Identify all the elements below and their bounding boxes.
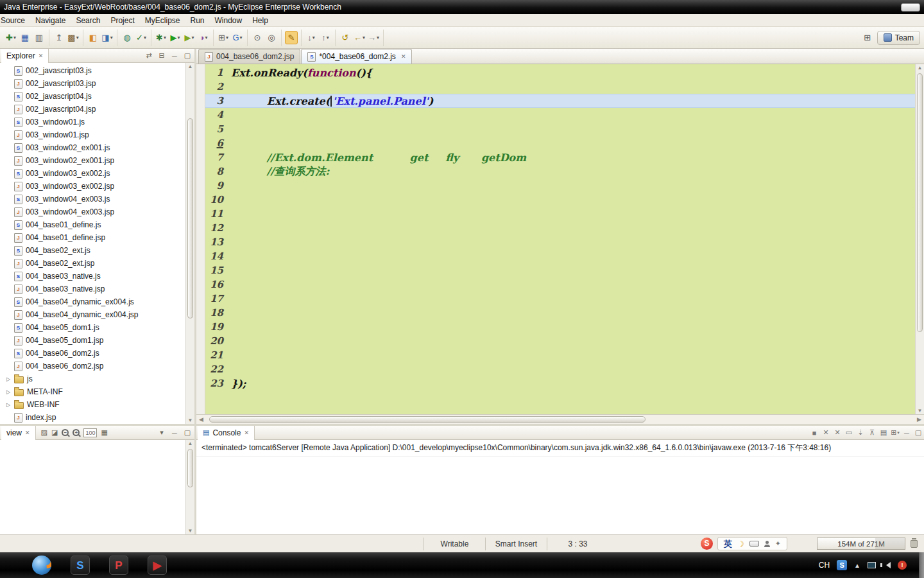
tree-item-web-inf[interactable]: ▷WEB-INF (0, 398, 185, 411)
print-button[interactable]: ▥ (33, 31, 46, 44)
tree-item-004-base05-dom1-jsp[interactable]: J004_base05_dom1.jsp (0, 334, 185, 347)
code-line-10[interactable]: 10 (205, 193, 915, 207)
preview-view-tab[interactable]: view ✕ (1, 426, 36, 440)
previous-annotation-button[interactable]: ↑ (319, 31, 332, 44)
code-line-11[interactable]: 11 (205, 207, 915, 221)
editor-horizontal-scrollbar[interactable]: ◀ ▶ (196, 414, 924, 424)
close-view-icon[interactable]: ✕ (38, 53, 44, 59)
tree-item-004-base06-dom2-jsp[interactable]: J004_base06_dom2.jsp (0, 360, 185, 372)
scroll-right-icon[interactable]: ▶ (917, 416, 921, 423)
code-line-12[interactable]: 12 (205, 221, 915, 235)
code-line-18[interactable]: 18 (205, 306, 915, 320)
sogou-tray-icon[interactable]: S (837, 560, 847, 570)
code-line-19[interactable]: 19 (205, 320, 915, 334)
code-line-21[interactable]: 21 (205, 348, 915, 362)
code-line-2[interactable]: 2 (205, 80, 915, 94)
remove-launch-button[interactable]: ✕ (820, 427, 832, 439)
tree-item-002-javascript03-js[interactable]: S002_javascript03.js (0, 64, 185, 77)
last-edit-location-button[interactable]: ↺ (339, 31, 352, 44)
tree-item-003-window04-ex003-js[interactable]: S003_window04_ex003.js (0, 193, 185, 206)
close-tab-icon[interactable]: ✕ (401, 53, 406, 60)
scroll-thumb[interactable] (209, 416, 646, 423)
maximize-button[interactable]: ▢ (912, 427, 924, 439)
open-console-button[interactable]: ⊞ (889, 427, 901, 439)
network-icon[interactable] (868, 562, 876, 568)
menu-navigate[interactable]: Navigate (30, 15, 71, 26)
tree-item-002-javascript03-jsp[interactable]: J002_javascript03.jsp (0, 77, 185, 90)
taskbar-app-app-s[interactable]: S (69, 554, 91, 576)
tree-item-004-base04-dynamic-ex004-jsp[interactable]: J004_base04_dynamic_ex004.jsp (0, 308, 185, 321)
annotation-ruler[interactable] (196, 64, 205, 414)
minimize-view-icon[interactable]: ─ (169, 427, 180, 439)
code-line-4[interactable]: 4 (205, 108, 915, 122)
code-line-3[interactable]: 3 Ext.create('Ext.panel.Panel') (205, 94, 915, 108)
chart-button[interactable]: ◪ (51, 428, 58, 437)
expand-arrow-icon[interactable]: ▷ (6, 402, 11, 408)
tree-item-002-javascript04-jsp[interactable]: J002_javascript04.jsp (0, 103, 185, 116)
zoom-level-button[interactable]: 100 (83, 428, 97, 437)
menu-project[interactable]: Project (105, 15, 139, 26)
back-button[interactable]: ← (353, 31, 366, 44)
deploy-project-button[interactable]: ◧ (87, 31, 99, 44)
code-line-22[interactable]: 22 (205, 362, 915, 376)
code-line-1[interactable]: 1Ext.onReady(function(){ (205, 66, 915, 80)
scroll-up-icon[interactable]: ▲ (186, 64, 194, 69)
new-file-button[interactable]: ✚ (4, 31, 17, 44)
view-menu-icon[interactable]: ▾ (156, 427, 167, 439)
code-line-20[interactable]: 20 (205, 334, 915, 348)
minimize-button[interactable]: ─ (901, 427, 912, 439)
tree-item-004-base05-dom1-js[interactable]: S004_base05_dom1.js (0, 321, 185, 334)
display-selected-console-button[interactable]: ▤ (878, 427, 889, 439)
run-button[interactable]: ▶ (169, 31, 182, 44)
editor-tab-004-base06-dom2-jsp[interactable]: J004_base06_dom2.jsp (198, 49, 300, 64)
open-type-button[interactable]: ⊙ (251, 31, 264, 44)
expand-arrow-icon[interactable]: ▷ (6, 376, 11, 382)
google-toolbar-button[interactable]: G (231, 31, 244, 44)
code-line-8[interactable]: 8 //查询系方法: (205, 164, 915, 179)
code-line-6[interactable]: 6 (205, 136, 915, 150)
tree-item-004-base02-ext-jsp[interactable]: J004_base02_ext.jsp (0, 257, 185, 270)
maximize-view-icon[interactable]: ▢ (182, 427, 193, 439)
scroll-up-icon[interactable]: ▲ (186, 441, 194, 446)
taskbar-app-firefox[interactable] (31, 554, 53, 576)
ime-mode-icon[interactable]: ☽ (737, 539, 744, 548)
hidden-icons-arrow[interactable]: ▲ (854, 562, 860, 569)
window-minimize-button[interactable] (901, 3, 920, 12)
maximize-view-icon[interactable]: ▢ (182, 50, 193, 62)
perspective-tab-team[interactable]: Team (877, 31, 920, 45)
pin-console-button[interactable]: ⊼ (866, 427, 878, 439)
taskbar-app-media-player[interactable]: ▶ (146, 554, 168, 576)
soft-keyboard-icon[interactable] (749, 541, 759, 547)
code-line-9[interactable]: 9 (205, 179, 915, 193)
explorer-scrollbar[interactable]: ▲ ▼ (185, 63, 194, 424)
search-button[interactable]: ◎ (265, 31, 278, 44)
code-line-23[interactable]: 23}); (205, 376, 915, 390)
terminate-button[interactable]: ■ (809, 427, 820, 439)
menu-myeclipse[interactable]: MyEclipse (140, 15, 185, 26)
close-view-icon[interactable]: ✕ (244, 430, 249, 436)
tree-item-004-base01-define-jsp[interactable]: J004_base01_define.jsp (0, 231, 185, 244)
scroll-thumb[interactable] (187, 449, 193, 487)
tree-item-003-window03-ex002-js[interactable]: S003_window03_ex002.js (0, 167, 185, 180)
link-with-editor-icon[interactable]: ⇄ (143, 50, 155, 62)
web-browser-button[interactable]: ◍ (121, 31, 133, 44)
scroll-thumb[interactable] (917, 73, 923, 332)
volume-icon[interactable] (883, 562, 891, 568)
remove-all-terminated-button[interactable]: ✕ (832, 427, 843, 439)
collapse-all-icon[interactable]: ⊟ (156, 50, 167, 62)
security-tray-icon[interactable]: ! (898, 561, 907, 570)
profile-button[interactable]: ◑ (197, 31, 210, 44)
tree-item-004-base06-dom2-js[interactable]: S004_base06_dom2.js (0, 347, 185, 360)
scroll-lock-button[interactable]: ⇣ (855, 427, 866, 439)
forward-button[interactable]: → (367, 31, 380, 44)
code-line-17[interactable]: 17 (205, 292, 915, 306)
user-account-icon[interactable] (764, 541, 770, 547)
save-button[interactable]: ▦ (19, 31, 31, 44)
zoom-in-button[interactable]: + (73, 429, 80, 436)
database-explorer-button[interactable]: ▩ (67, 31, 80, 44)
mark-occurrences-button[interactable]: ✎ (285, 31, 298, 44)
tree-item-index-jsp[interactable]: Jindex.jsp (0, 411, 185, 424)
editor-scrollbar[interactable]: ▲ ▼ (915, 64, 924, 414)
expand-arrow-icon[interactable]: ▷ (6, 389, 11, 395)
menu-run[interactable]: Run (185, 15, 209, 26)
